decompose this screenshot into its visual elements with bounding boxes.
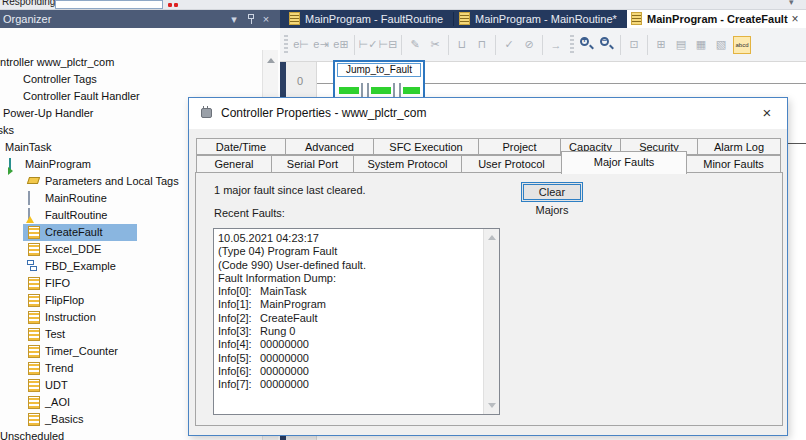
tab-advanced[interactable]: Advanced (285, 138, 374, 155)
toolbar-grip[interactable] (570, 35, 574, 55)
tab-project[interactable]: Project (478, 138, 561, 155)
tab-date-time[interactable]: Date/Time (196, 138, 286, 155)
fault-details-textarea[interactable]: 10.05.2021 04:23:17 (Type 04) Program Fa… (213, 228, 500, 415)
tab-createfault[interactable]: MainProgram - CreateFault × (627, 10, 806, 28)
cancel-pending-rung-edits-icon[interactable]: e⊞ (331, 35, 351, 54)
export-rungs-icon[interactable]: ▦ (691, 35, 711, 54)
dialog-title: Controller Properties - www_plctr_com (221, 106, 426, 120)
contact-bar-icon (367, 83, 369, 97)
cancel-accepted-edits-icon[interactable]: ⊘ (519, 35, 539, 54)
new-component-icon[interactable]: ⊞ (651, 35, 671, 54)
ladder-routine-icon (28, 243, 40, 256)
contact-bar-icon (361, 83, 363, 97)
scroll-down-icon[interactable] (488, 403, 496, 408)
warning-badge-icon (26, 216, 34, 223)
fault-line: Info[2]:CreateFault (218, 312, 479, 325)
delete-rung-icon[interactable]: ⊢⊟ (378, 35, 398, 54)
controller-icon (200, 106, 214, 120)
ladder-routine-icon (28, 328, 40, 341)
clear-majors-button[interactable]: Clear Majors (521, 182, 583, 202)
tab-general[interactable]: General (196, 155, 272, 173)
scroll-up-icon[interactable] (488, 235, 496, 240)
tree-item-controller-tags[interactable]: Controller Tags (0, 71, 280, 88)
fault-line: Info[1]:MainProgram (218, 298, 479, 311)
browse-logic-icon[interactable]: ▧ (711, 35, 731, 54)
ladder-routine-icon (28, 396, 40, 409)
fbd-block (30, 266, 37, 271)
dialog-titlebar[interactable]: Controller Properties - www_plctr_com × (189, 98, 787, 129)
handle (609, 45, 614, 50)
toolbar-separator (647, 35, 648, 55)
status-combobox[interactable] (55, 0, 163, 9)
textarea-scrollbar[interactable] (483, 229, 499, 414)
tab-alarm-log[interactable]: Alarm Log (697, 138, 781, 155)
ladder-routine-icon (28, 226, 40, 239)
organizer-menu-chevron-icon[interactable]: ▾ (227, 11, 241, 27)
handle (589, 45, 594, 50)
fault-line: Info[4]:00000000 (218, 338, 479, 351)
assemble-edits-icon[interactable]: ✓ (499, 35, 519, 54)
toolbar-separator (495, 35, 496, 55)
tab-sfc-execution[interactable]: SFC Execution (373, 138, 479, 155)
tab-user-protocol[interactable]: User Protocol (461, 155, 562, 173)
fault-line: Info[7]:00000000 (218, 378, 479, 391)
cut-rung-icon[interactable]: ✂ (425, 35, 445, 54)
fault-summary-text: 1 major fault since last cleared. (214, 184, 366, 196)
organizer-titlebar: Organizer ▾ × (0, 10, 280, 28)
chip-pin (203, 106, 204, 109)
energized-wire-segment (339, 87, 359, 94)
ladder-doc-icon (289, 12, 300, 25)
toolbar-grip[interactable] (284, 35, 288, 55)
toolbar-overflow-icon[interactable]: ▾ (789, 0, 794, 7)
tab-serial-port[interactable]: Serial Port (271, 155, 354, 173)
tab-minor-faults[interactable]: Minor Faults (686, 155, 781, 173)
fault-line: Info[0]:MainTask (218, 285, 479, 298)
ladder-routine-icon (28, 379, 40, 392)
untest-accepted-edits-icon[interactable]: ⊓ (472, 35, 492, 54)
organizer-close-icon[interactable]: × (259, 11, 273, 27)
contact-tag-label[interactable]: Jump_to_Fault (337, 63, 421, 77)
test-accepted-edits-icon[interactable]: ⊔ (452, 35, 472, 54)
toolbar-separator (401, 35, 402, 55)
dialog-close-icon[interactable]: × (756, 103, 778, 123)
tab-faultroutine[interactable]: MainProgram - FaultRoutine (285, 10, 453, 28)
select-region-icon[interactable]: ⊡ (624, 35, 644, 54)
tab-system-protocol[interactable]: System Protocol (353, 155, 462, 173)
ladder-routine-icon (28, 277, 40, 290)
rung-number: 0 (286, 75, 314, 87)
ladder-doc-icon (631, 12, 642, 25)
edit-rung-icon[interactable]: ✎ (405, 35, 425, 54)
toolbar-separator (448, 35, 449, 55)
tab-mainroutine[interactable]: MainProgram - MainRoutine* (455, 10, 625, 28)
ladder-routine-icon (28, 362, 40, 375)
verify-rung-icon[interactable]: ⊢✓ (358, 35, 378, 54)
fault-line: Info[3]:Rung 0 (218, 325, 479, 338)
main-routine-icon (28, 191, 30, 205)
organizer-title: Organizer (3, 13, 51, 25)
fault-routine-icon (28, 208, 30, 222)
zoom-in-icon[interactable]: + (577, 35, 597, 54)
fault-line: Info[5]:00000000 (218, 352, 479, 365)
organizer-pin-icon[interactable] (244, 11, 258, 27)
start-pending-rung-edits-icon[interactable]: e⊢ (291, 35, 311, 54)
quick-status-strip: Responding ▾ (0, 0, 806, 10)
responding-status-label: Responding (2, 0, 55, 7)
controller-properties-dialog: Controller Properties - www_plctr_com × … (188, 97, 788, 436)
finalize-edits-icon[interactable]: → (546, 35, 566, 54)
tab-separator (453, 12, 454, 26)
accept-pending-rung-edits-icon[interactable]: e⇥ (311, 35, 331, 54)
tree-item-controller[interactable]: Controller www_plctr_com (0, 54, 280, 71)
import-rungs-icon[interactable]: ▤ (671, 35, 691, 54)
ladder-routine-icon (28, 345, 40, 358)
fbd-block (27, 260, 34, 265)
tab-major-faults[interactable]: Major Faults (561, 151, 687, 174)
toolbar-separator (354, 35, 355, 55)
ladder-editor-toolbar: e⊢ e⇥ e⊞ ⊢✓ ⊢⊟ ✎ ✂ ⊔ ⊓ ✓ ⊘ → + − ⊡ ⊞ ▤ ▦… (280, 28, 806, 62)
document-tabbar: MainProgram - FaultRoutine MainProgram -… (280, 10, 806, 28)
ladder-routine-icon (28, 311, 40, 324)
ladder-routine-icon (28, 294, 40, 307)
tab-close-icon[interactable]: × (789, 12, 801, 26)
energized-wire-segment (403, 87, 420, 94)
zoom-out-icon[interactable]: − (597, 35, 617, 54)
string-browse-icon[interactable]: abcd (733, 36, 751, 54)
